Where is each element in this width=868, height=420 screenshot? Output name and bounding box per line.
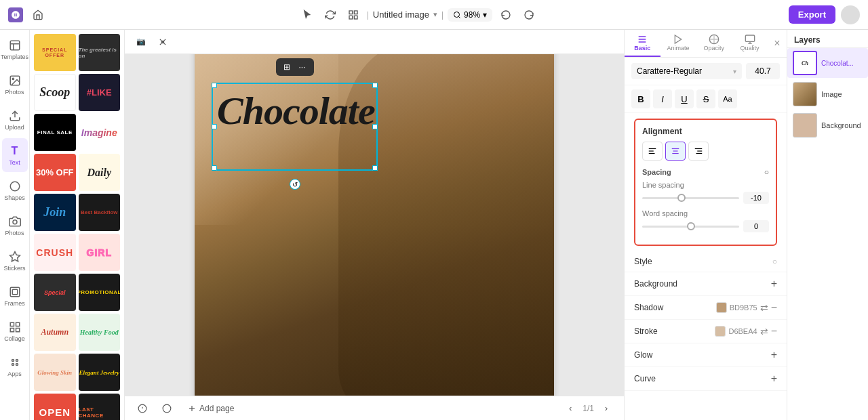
tab-opacity[interactable]: Opacity bbox=[696, 30, 732, 57]
svg-rect-0 bbox=[349, 11, 353, 14]
photos-icon bbox=[8, 74, 22, 87]
zoom-control[interactable]: 98% ▾ bbox=[448, 8, 492, 22]
template-item-daily[interactable]: Daily bbox=[79, 154, 121, 191]
add-page-button[interactable]: Add page bbox=[182, 401, 239, 416]
template-item-special-offer[interactable]: Special Offer bbox=[34, 34, 76, 71]
underline-button[interactable]: U bbox=[675, 89, 694, 108]
sidebar-item-collage[interactable]: Collage bbox=[2, 314, 28, 348]
spacing-reset[interactable]: ○ bbox=[764, 167, 769, 177]
template-item-imagine[interactable]: Imagine bbox=[79, 114, 121, 151]
template-item-healthy-food[interactable]: Healthy Food bbox=[79, 314, 121, 351]
canvas-bottom-left[interactable] bbox=[133, 399, 152, 418]
sidebar-item-stickers[interactable]: Stickers bbox=[2, 244, 28, 278]
italic-button[interactable]: I bbox=[653, 89, 672, 108]
font-size-input[interactable] bbox=[746, 63, 780, 79]
tab-animate[interactable]: Animate bbox=[660, 30, 696, 57]
align-center-button[interactable] bbox=[665, 142, 686, 161]
home-button[interactable] bbox=[28, 5, 47, 24]
background-add-icon[interactable]: + bbox=[771, 278, 777, 290]
tab-basic[interactable]: Basic bbox=[625, 30, 660, 57]
template-item-special[interactable]: Special bbox=[34, 274, 76, 311]
template-item-girl[interactable]: GIRL bbox=[79, 234, 121, 271]
document-title[interactable]: Untitled image bbox=[373, 9, 429, 20]
template-item-greatest[interactable]: The greatest is on bbox=[79, 34, 121, 71]
redo-button[interactable] bbox=[519, 5, 538, 24]
handle-bottom-right[interactable] bbox=[372, 165, 378, 171]
handle-bottom-left[interactable] bbox=[212, 165, 217, 171]
align-right-button[interactable] bbox=[688, 142, 709, 161]
user-avatar[interactable] bbox=[841, 5, 860, 24]
template-item-best-backflow[interactable]: Best Backflow bbox=[79, 194, 121, 231]
canvas-main[interactable]: ⊞ ··· Chocolate ↺ bbox=[195, 54, 554, 396]
curve-row[interactable]: Curve + bbox=[625, 367, 787, 391]
sidebar-item-shapes[interactable]: Shapes bbox=[2, 173, 28, 207]
template-item-final-sale[interactable]: FINAL SALE bbox=[34, 114, 76, 151]
grid-tool[interactable] bbox=[344, 5, 363, 24]
template-item-join[interactable]: Join bbox=[34, 194, 76, 231]
layer-item-chocolate[interactable]: Ch Chocolat... bbox=[787, 48, 868, 78]
align-icon-popup[interactable]: ⊞ bbox=[281, 61, 293, 73]
style-row[interactable]: Style ○ bbox=[625, 251, 787, 272]
line-spacing-slider[interactable] bbox=[642, 197, 739, 199]
template-item-open[interactable]: OPEN bbox=[34, 394, 76, 420]
word-spacing-slider[interactable] bbox=[642, 226, 739, 228]
background-row[interactable]: Background + bbox=[625, 272, 787, 296]
template-item-elegant-jewelry[interactable]: Elegant Jewelry bbox=[79, 354, 121, 391]
title-dropdown-icon[interactable]: ▾ bbox=[433, 10, 437, 19]
canvas-wrapper[interactable]: Page 1 ⊞ ··· bbox=[125, 54, 624, 396]
sidebar-item-photos2[interactable]: Photos bbox=[2, 209, 28, 243]
tab-quality[interactable]: Quality bbox=[732, 30, 768, 57]
stroke-color-swatch[interactable] bbox=[715, 326, 726, 337]
text-element[interactable]: ⊞ ··· Chocolate ↺ bbox=[212, 83, 378, 171]
sidebar-item-text[interactable]: T Text bbox=[2, 138, 28, 172]
line-spacing-value[interactable] bbox=[743, 192, 769, 204]
stroke-edit-button[interactable]: ⇄ bbox=[760, 326, 768, 337]
layer-item-image[interactable]: Image bbox=[787, 79, 868, 109]
bold-button[interactable]: B bbox=[631, 89, 650, 108]
case-button[interactable]: Aa bbox=[718, 89, 737, 108]
stroke-row[interactable]: Stroke D6BEA4 ⇄ − bbox=[625, 320, 787, 343]
strikethrough-button[interactable]: S bbox=[696, 89, 715, 108]
template-item-30off[interactable]: 30% OFF bbox=[34, 154, 76, 191]
sidebar-item-apps[interactable]: Apps bbox=[2, 350, 28, 383]
sidebar-item-frames[interactable]: Frames bbox=[2, 279, 28, 313]
chocolate-text[interactable]: Chocolate bbox=[212, 83, 378, 140]
template-item-glowing-skin[interactable]: Glowing Skin bbox=[34, 354, 76, 391]
canvas-tool-1[interactable]: 📷 bbox=[132, 33, 151, 51]
align-left-button[interactable] bbox=[642, 142, 663, 161]
shadow-color-swatch[interactable] bbox=[716, 302, 727, 313]
undo-button[interactable] bbox=[496, 5, 515, 24]
template-item-last-chance[interactable]: LAST CHANCE bbox=[79, 394, 121, 420]
canvas-undo[interactable] bbox=[157, 399, 176, 418]
glow-row[interactable]: Glow + bbox=[625, 343, 787, 367]
shadow-edit-button[interactable]: ⇄ bbox=[760, 302, 768, 313]
refresh-tool[interactable] bbox=[321, 5, 340, 24]
logo[interactable] bbox=[8, 7, 23, 22]
curve-add-icon[interactable]: + bbox=[771, 373, 777, 385]
stroke-remove-button[interactable]: − bbox=[771, 325, 777, 337]
word-spacing-value[interactable] bbox=[743, 220, 769, 232]
template-item-crush[interactable]: CRUSH bbox=[34, 234, 76, 271]
font-selector[interactable]: Carattere-Regular ▾ bbox=[631, 63, 742, 79]
export-button[interactable]: Export bbox=[789, 5, 835, 24]
panel-close-button[interactable]: × bbox=[768, 30, 787, 57]
rotate-handle[interactable]: ↺ bbox=[290, 179, 300, 190]
pointer-tool[interactable] bbox=[298, 5, 317, 24]
more-options-popup[interactable]: ··· bbox=[296, 61, 308, 73]
glow-add-icon[interactable]: + bbox=[771, 349, 777, 361]
template-item-like[interactable]: #LIKE bbox=[79, 74, 121, 111]
shadow-remove-button[interactable]: − bbox=[771, 301, 777, 314]
sidebar-item-templates[interactable]: Templates bbox=[2, 33, 28, 66]
template-item-promotional[interactable]: PROMOTIONAL bbox=[79, 274, 121, 311]
word-spacing-label: Word spacing bbox=[642, 209, 769, 217]
canvas-tool-2[interactable] bbox=[153, 33, 172, 51]
next-page[interactable]: › bbox=[597, 399, 616, 418]
template-item-scoop[interactable]: Scoop bbox=[34, 74, 76, 111]
template-item-autumn[interactable]: Autumn bbox=[34, 314, 76, 351]
shadow-row[interactable]: Shadow BD9B75 ⇄ − bbox=[625, 296, 787, 320]
sidebar-item-upload[interactable]: Upload bbox=[2, 103, 28, 137]
layer-item-bg[interactable]: Background bbox=[787, 110, 868, 140]
background-label: Background bbox=[634, 279, 677, 289]
prev-page[interactable]: ‹ bbox=[561, 399, 580, 418]
sidebar-item-photos[interactable]: Photos bbox=[2, 68, 28, 102]
